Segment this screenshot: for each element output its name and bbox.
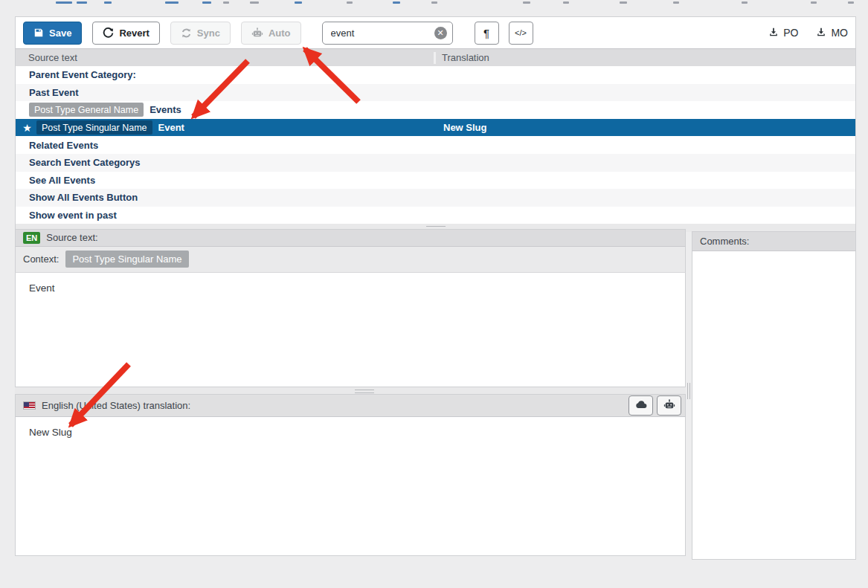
- search-field-wrap: ✕: [322, 22, 453, 45]
- table-row[interactable]: Post Type General NameEvents: [16, 101, 855, 119]
- source-cell: Search Event Categorys: [16, 157, 437, 168]
- comments-title: Comments:: [700, 236, 749, 247]
- comments-resize-gutter[interactable]: [686, 229, 692, 560]
- clipped-heading-line: [0, 0, 868, 5]
- table-row[interactable]: See All Events: [16, 172, 855, 190]
- source-cell: Show All Events Button: [16, 192, 437, 203]
- source-label: Event: [158, 122, 184, 133]
- invisibles-toggle-button[interactable]: ¶: [475, 22, 499, 45]
- table-row[interactable]: ★Post Type Singular NameEventNew Slug: [16, 119, 855, 137]
- source-label: See All Events: [29, 175, 95, 186]
- comments-column: Comments:: [692, 229, 856, 560]
- context-label: Context:: [23, 253, 59, 265]
- translation-text-value: New Slug: [29, 427, 72, 438]
- machine-translate-button[interactable]: [657, 395, 681, 416]
- table-row[interactable]: Search Event Categorys: [16, 154, 855, 172]
- revert-button[interactable]: Revert: [92, 22, 159, 45]
- editor-split: EN Source text: Context: Post Type Singu…: [15, 229, 856, 560]
- editor-column: EN Source text: Context: Post Type Singu…: [15, 229, 686, 560]
- source-column-header: Source text: [16, 52, 434, 63]
- suggest-cloud-button[interactable]: [629, 395, 653, 416]
- us-flag-icon: [23, 401, 36, 410]
- translation-editor[interactable]: New Slug: [15, 417, 686, 556]
- cloud-icon: [635, 400, 647, 411]
- robot-icon: [663, 399, 675, 412]
- sync-label: Sync: [197, 28, 220, 39]
- source-cell: See All Events: [16, 175, 437, 186]
- code-icon: </>: [515, 28, 527, 37]
- pilcrow-icon: ¶: [483, 27, 489, 39]
- filter-search-input[interactable]: [322, 22, 453, 45]
- download-mo-button[interactable]: MO: [816, 27, 848, 39]
- table-row[interactable]: Parent Event Category:: [16, 66, 855, 84]
- context-badge: Post Type General Name: [29, 103, 144, 117]
- editor-resize-gutter[interactable]: [15, 387, 686, 394]
- table-row[interactable]: Past Event: [16, 84, 855, 102]
- string-list-body: Parent Event Category:Past EventPost Typ…: [15, 66, 856, 224]
- code-view-button[interactable]: </>: [509, 22, 533, 45]
- mo-label: MO: [831, 27, 848, 39]
- source-label: Show All Events Button: [29, 192, 138, 203]
- clear-search-icon[interactable]: ✕: [434, 27, 447, 39]
- source-cell: Parent Event Category:: [16, 69, 437, 80]
- context-badge: Post Type Singular Name: [36, 120, 152, 135]
- resize-handle-icon: [355, 390, 374, 393]
- source-label: Related Events: [29, 140, 98, 151]
- source-cell: ★Post Type Singular NameEvent: [16, 120, 437, 135]
- download-group: PO MO: [768, 27, 848, 39]
- download-icon: [768, 27, 779, 39]
- string-list: Source text Translation Parent Event Cat…: [15, 48, 856, 232]
- save-button[interactable]: Save: [23, 22, 82, 45]
- table-row[interactable]: Related Events: [16, 136, 855, 154]
- revert-label: Revert: [119, 28, 149, 39]
- source-label: Parent Event Category:: [29, 69, 136, 80]
- source-text-view[interactable]: Event: [15, 273, 686, 387]
- source-label: Past Event: [29, 87, 78, 98]
- translation-pane-header: English (United States) translation:: [15, 394, 686, 417]
- translation-label: New Slug: [437, 122, 855, 133]
- translation-pane-title: English (United States) translation:: [42, 400, 190, 411]
- comments-view[interactable]: [692, 251, 856, 560]
- table-row[interactable]: Show All Events Button: [16, 189, 855, 207]
- source-label: Events: [150, 104, 181, 115]
- save-label: Save: [49, 28, 71, 39]
- floppy-disk-icon: [33, 28, 44, 38]
- source-label: Search Event Categorys: [29, 157, 141, 168]
- translation-column-header: Translation: [436, 52, 489, 63]
- auto-translate-button[interactable]: Auto: [241, 22, 301, 45]
- source-pane-title: Source text:: [46, 232, 97, 243]
- download-icon: [816, 27, 826, 39]
- editor-toolbar: Save Revert Sync Auto ✕ ¶ </: [15, 16, 856, 48]
- resize-handle-icon: [687, 383, 690, 399]
- source-pane-header: EN Source text:: [15, 229, 686, 247]
- source-text-value: Event: [29, 282, 55, 294]
- list-header: Source text Translation: [15, 48, 856, 66]
- table-row[interactable]: Show event in past: [16, 207, 855, 224]
- source-label: Show event in past: [29, 210, 117, 221]
- source-language-badge: EN: [23, 232, 40, 244]
- sync-button[interactable]: Sync: [170, 22, 231, 45]
- revert-icon: [103, 28, 114, 39]
- source-cell: Related Events: [16, 140, 437, 151]
- po-label: PO: [783, 27, 798, 39]
- download-po-button[interactable]: PO: [768, 27, 798, 39]
- source-cell: Post Type General NameEvents: [16, 103, 437, 117]
- context-row: Context: Post Type Singular Name: [15, 247, 686, 273]
- context-badge: Post Type Singular Name: [65, 251, 188, 268]
- loco-editor: Save Revert Sync Auto ✕ ¶ </: [15, 16, 856, 566]
- source-cell: Past Event: [16, 87, 437, 98]
- sync-icon: [181, 28, 192, 39]
- comments-pane-header: Comments:: [692, 231, 856, 251]
- source-cell: Show event in past: [16, 210, 437, 221]
- star-icon: ★: [20, 122, 34, 134]
- robot-icon: [251, 28, 263, 38]
- auto-label: Auto: [269, 28, 291, 39]
